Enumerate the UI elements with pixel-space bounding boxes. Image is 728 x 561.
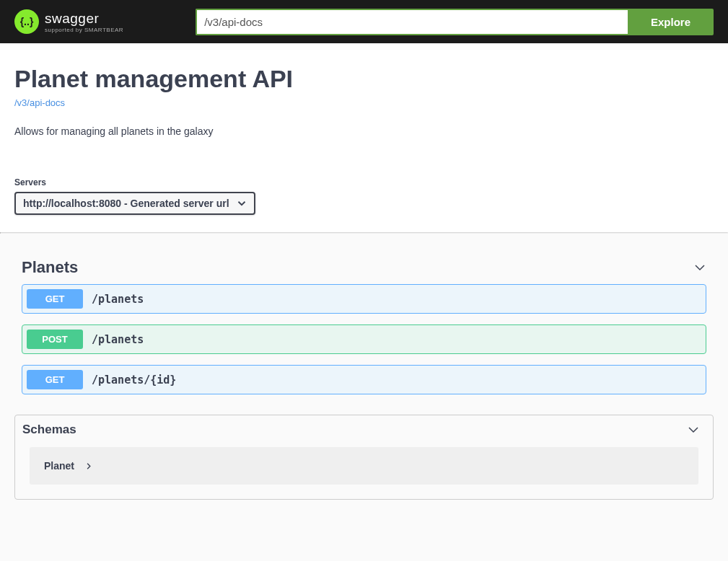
method-badge-post: POST [27, 330, 83, 349]
server-select[interactable]: http://localhost:8080 - Generated server… [14, 192, 255, 215]
operation-path: /planets [92, 293, 144, 306]
servers-label: Servers [14, 177, 714, 187]
server-selected-value: http://localhost:8080 - Generated server… [23, 198, 229, 209]
api-title: Planet management API [14, 65, 714, 93]
api-url-input[interactable] [196, 9, 628, 35]
schema-item-planet[interactable]: Planet [30, 447, 698, 485]
chevron-down-icon [693, 261, 706, 274]
servers-section: Servers http://localhost:8080 - Generate… [0, 166, 728, 232]
chevron-down-icon [687, 423, 700, 436]
info-section: Planet management API /v3/api-docs Allow… [0, 43, 728, 166]
operation-get-planets[interactable]: GET /planets [22, 284, 706, 314]
operation-get-planet-by-id[interactable]: GET /planets/{id} [22, 365, 706, 394]
schema-name: Planet [44, 460, 74, 472]
logo-subtitle: supported by SMARTBEAR [45, 27, 123, 33]
operation-path: /planets/{id} [92, 374, 176, 386]
operation-path: /planets [92, 333, 144, 346]
topbar: {..} swagger supported by SMARTBEAR Expl… [0, 0, 728, 43]
operation-post-planets[interactable]: POST /planets [22, 324, 706, 354]
swagger-logo-icon: {..} [14, 9, 39, 34]
explore-button[interactable]: Explore [628, 9, 714, 35]
url-bar: Explore [196, 9, 714, 35]
chevron-down-icon [235, 197, 248, 210]
tag-section: Planets GET /planets POST /planets GET /… [0, 234, 728, 394]
api-description: Allows for managing all planets in the g… [14, 125, 714, 137]
schemas-header[interactable]: Schemas [15, 415, 713, 447]
chevron-right-icon [84, 462, 92, 470]
method-badge-get: GET [27, 370, 83, 389]
tag-name: Planets [22, 258, 78, 277]
tag-header-planets[interactable]: Planets [14, 251, 714, 284]
swagger-logo[interactable]: {..} swagger supported by SMARTBEAR [14, 9, 123, 34]
logo-name: swagger [45, 11, 123, 27]
api-docs-link[interactable]: /v3/api-docs [14, 97, 65, 108]
schemas-title: Schemas [22, 423, 76, 437]
method-badge-get: GET [27, 289, 83, 309]
schemas-section: Schemas Planet [14, 415, 714, 500]
